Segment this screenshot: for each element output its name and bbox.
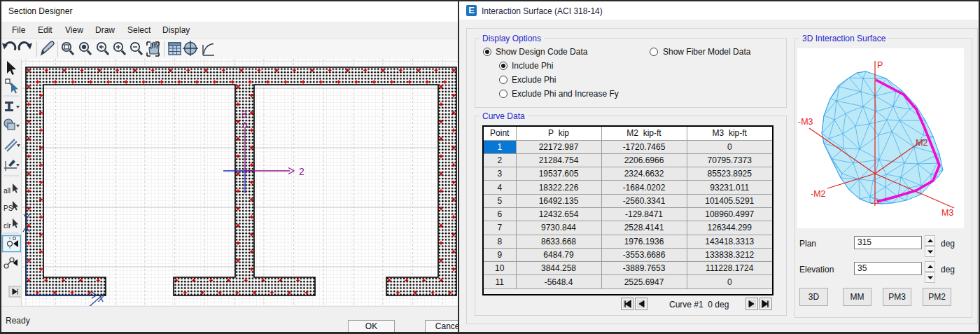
svg-text:P: P: [877, 60, 883, 70]
svg-text:clr: clr: [4, 222, 11, 230]
svg-text:-M2: -M2: [811, 189, 826, 199]
svg-text:3: 3: [241, 109, 247, 120]
svg-text:M2: M2: [916, 138, 927, 148]
svg-text:X: X: [97, 293, 105, 304]
svg-text:M3: M3: [941, 208, 953, 218]
svg-text:-P: -P: [871, 198, 880, 208]
svg-text:PS: PS: [4, 204, 13, 212]
svg-text:-M3: -M3: [798, 117, 813, 127]
svg-text:all: all: [4, 187, 10, 195]
svg-text:2: 2: [299, 166, 304, 177]
